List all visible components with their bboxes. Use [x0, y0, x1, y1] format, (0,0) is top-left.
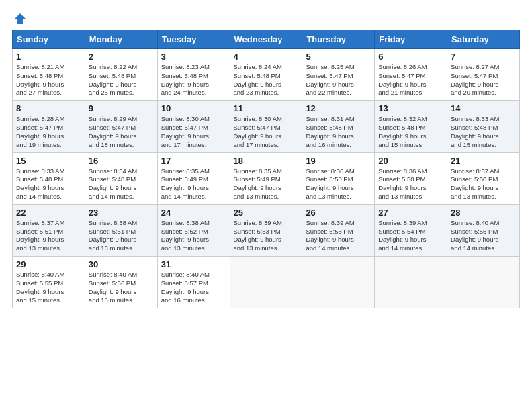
- day-info: Sunrise: 8:33 AM Sunset: 5:48 PM Dayligh…: [451, 115, 516, 149]
- day-number: 7: [451, 52, 516, 62]
- calendar-cell: 22Sunrise: 8:37 AM Sunset: 5:51 PM Dayli…: [13, 204, 85, 256]
- calendar-body: 1Sunrise: 8:21 AM Sunset: 5:48 PM Daylig…: [13, 49, 520, 308]
- day-info: Sunrise: 8:39 AM Sunset: 5:53 PM Dayligh…: [306, 219, 371, 253]
- day-info: Sunrise: 8:30 AM Sunset: 5:47 PM Dayligh…: [161, 115, 226, 149]
- weekday-header-row: SundayMondayTuesdayWednesdayThursdayFrid…: [13, 30, 520, 49]
- calendar-cell: [447, 257, 520, 308]
- svg-marker-0: [15, 13, 26, 24]
- calendar-cell: 24Sunrise: 8:38 AM Sunset: 5:52 PM Dayli…: [157, 204, 230, 256]
- day-number: 2: [89, 52, 154, 62]
- calendar-cell: 1Sunrise: 8:21 AM Sunset: 5:48 PM Daylig…: [13, 49, 85, 101]
- day-number: 20: [378, 156, 443, 166]
- week-row-3: 15Sunrise: 8:33 AM Sunset: 5:48 PM Dayli…: [13, 152, 520, 204]
- day-number: 24: [161, 208, 226, 218]
- day-info: Sunrise: 8:35 AM Sunset: 5:49 PM Dayligh…: [161, 167, 226, 201]
- weekday-sunday: Sunday: [13, 30, 85, 49]
- calendar-cell: 31Sunrise: 8:40 AM Sunset: 5:57 PM Dayli…: [157, 257, 230, 308]
- day-info: Sunrise: 8:22 AM Sunset: 5:48 PM Dayligh…: [89, 63, 154, 97]
- day-number: 12: [306, 103, 371, 113]
- calendar-cell: 15Sunrise: 8:33 AM Sunset: 5:48 PM Dayli…: [13, 152, 85, 204]
- day-info: Sunrise: 8:27 AM Sunset: 5:47 PM Dayligh…: [451, 63, 516, 97]
- day-number: 23: [89, 208, 154, 218]
- calendar-cell: 9Sunrise: 8:29 AM Sunset: 5:47 PM Daylig…: [85, 101, 157, 152]
- day-number: 28: [451, 208, 516, 218]
- calendar-cell: 23Sunrise: 8:38 AM Sunset: 5:51 PM Dayli…: [85, 204, 157, 256]
- calendar-cell: 16Sunrise: 8:34 AM Sunset: 5:48 PM Dayli…: [85, 152, 157, 204]
- calendar-cell: 8Sunrise: 8:28 AM Sunset: 5:47 PM Daylig…: [13, 101, 85, 152]
- day-info: Sunrise: 8:35 AM Sunset: 5:49 PM Dayligh…: [234, 167, 299, 201]
- calendar-cell: 29Sunrise: 8:40 AM Sunset: 5:55 PM Dayli…: [13, 257, 85, 308]
- calendar-table: SundayMondayTuesdayWednesdayThursdayFrid…: [12, 30, 520, 308]
- day-number: 26: [306, 208, 371, 218]
- day-info: Sunrise: 8:32 AM Sunset: 5:48 PM Dayligh…: [378, 115, 443, 149]
- day-number: 17: [161, 156, 226, 166]
- calendar-cell: 7Sunrise: 8:27 AM Sunset: 5:47 PM Daylig…: [447, 49, 520, 101]
- weekday-saturday: Saturday: [447, 30, 520, 49]
- calendar-cell: 14Sunrise: 8:33 AM Sunset: 5:48 PM Dayli…: [447, 101, 520, 152]
- day-info: Sunrise: 8:38 AM Sunset: 5:51 PM Dayligh…: [89, 219, 154, 253]
- day-number: 21: [451, 156, 516, 166]
- calendar-cell: 27Sunrise: 8:39 AM Sunset: 5:54 PM Dayli…: [375, 204, 447, 256]
- calendar-cell: 13Sunrise: 8:32 AM Sunset: 5:48 PM Dayli…: [375, 101, 447, 152]
- calendar-cell: 30Sunrise: 8:40 AM Sunset: 5:56 PM Dayli…: [85, 257, 157, 308]
- day-number: 9: [89, 103, 154, 113]
- calendar-cell: [375, 257, 447, 308]
- calendar-cell: [302, 257, 375, 308]
- day-info: Sunrise: 8:40 AM Sunset: 5:57 PM Dayligh…: [161, 271, 226, 305]
- calendar-cell: 20Sunrise: 8:36 AM Sunset: 5:50 PM Dayli…: [375, 152, 447, 204]
- weekday-tuesday: Tuesday: [157, 30, 230, 49]
- day-number: 4: [234, 52, 299, 62]
- calendar-cell: 12Sunrise: 8:31 AM Sunset: 5:48 PM Dayli…: [302, 101, 375, 152]
- day-number: 8: [16, 103, 81, 113]
- day-number: 31: [161, 259, 226, 269]
- calendar-cell: 17Sunrise: 8:35 AM Sunset: 5:49 PM Dayli…: [157, 152, 230, 204]
- page: SundayMondayTuesdayWednesdayThursdayFrid…: [0, 0, 532, 411]
- day-number: 14: [451, 103, 516, 113]
- day-info: Sunrise: 8:25 AM Sunset: 5:47 PM Dayligh…: [306, 63, 371, 97]
- day-number: 3: [161, 52, 226, 62]
- weekday-wednesday: Wednesday: [230, 30, 302, 49]
- day-info: Sunrise: 8:26 AM Sunset: 5:47 PM Dayligh…: [378, 63, 443, 97]
- calendar-cell: 2Sunrise: 8:22 AM Sunset: 5:48 PM Daylig…: [85, 49, 157, 101]
- day-number: 10: [161, 103, 226, 113]
- calendar-cell: 19Sunrise: 8:36 AM Sunset: 5:50 PM Dayli…: [302, 152, 375, 204]
- weekday-monday: Monday: [85, 30, 157, 49]
- header: [12, 12, 520, 26]
- day-info: Sunrise: 8:36 AM Sunset: 5:50 PM Dayligh…: [378, 167, 443, 201]
- day-number: 13: [378, 103, 443, 113]
- day-number: 29: [16, 259, 81, 269]
- day-info: Sunrise: 8:31 AM Sunset: 5:48 PM Dayligh…: [306, 115, 371, 149]
- day-info: Sunrise: 8:33 AM Sunset: 5:48 PM Dayligh…: [16, 167, 81, 201]
- day-number: 18: [234, 156, 299, 166]
- calendar-cell: 28Sunrise: 8:40 AM Sunset: 5:55 PM Dayli…: [447, 204, 520, 256]
- day-number: 15: [16, 156, 81, 166]
- day-info: Sunrise: 8:37 AM Sunset: 5:51 PM Dayligh…: [16, 219, 81, 253]
- day-number: 11: [234, 103, 299, 113]
- day-info: Sunrise: 8:39 AM Sunset: 5:54 PM Dayligh…: [378, 219, 443, 253]
- logo-icon: [13, 12, 27, 26]
- day-number: 19: [306, 156, 371, 166]
- day-number: 22: [16, 208, 81, 218]
- week-row-1: 1Sunrise: 8:21 AM Sunset: 5:48 PM Daylig…: [13, 49, 520, 101]
- day-number: 5: [306, 52, 371, 62]
- day-number: 6: [378, 52, 443, 62]
- calendar-cell: 11Sunrise: 8:30 AM Sunset: 5:47 PM Dayli…: [230, 101, 302, 152]
- calendar-cell: [230, 257, 302, 308]
- weekday-thursday: Thursday: [302, 30, 375, 49]
- day-info: Sunrise: 8:37 AM Sunset: 5:50 PM Dayligh…: [451, 167, 516, 201]
- calendar-cell: 18Sunrise: 8:35 AM Sunset: 5:49 PM Dayli…: [230, 152, 302, 204]
- day-info: Sunrise: 8:36 AM Sunset: 5:50 PM Dayligh…: [306, 167, 371, 201]
- calendar-cell: 21Sunrise: 8:37 AM Sunset: 5:50 PM Dayli…: [447, 152, 520, 204]
- calendar-cell: 5Sunrise: 8:25 AM Sunset: 5:47 PM Daylig…: [302, 49, 375, 101]
- day-number: 25: [234, 208, 299, 218]
- calendar-cell: 10Sunrise: 8:30 AM Sunset: 5:47 PM Dayli…: [157, 101, 230, 152]
- day-info: Sunrise: 8:38 AM Sunset: 5:52 PM Dayligh…: [161, 219, 226, 253]
- calendar-cell: 25Sunrise: 8:39 AM Sunset: 5:53 PM Dayli…: [230, 204, 302, 256]
- day-number: 1: [16, 52, 81, 62]
- day-number: 16: [89, 156, 154, 166]
- week-row-2: 8Sunrise: 8:28 AM Sunset: 5:47 PM Daylig…: [13, 101, 520, 152]
- day-info: Sunrise: 8:29 AM Sunset: 5:47 PM Dayligh…: [89, 115, 154, 149]
- calendar-cell: 3Sunrise: 8:23 AM Sunset: 5:48 PM Daylig…: [157, 49, 230, 101]
- day-info: Sunrise: 8:40 AM Sunset: 5:56 PM Dayligh…: [89, 271, 154, 305]
- day-info: Sunrise: 8:28 AM Sunset: 5:47 PM Dayligh…: [16, 115, 81, 149]
